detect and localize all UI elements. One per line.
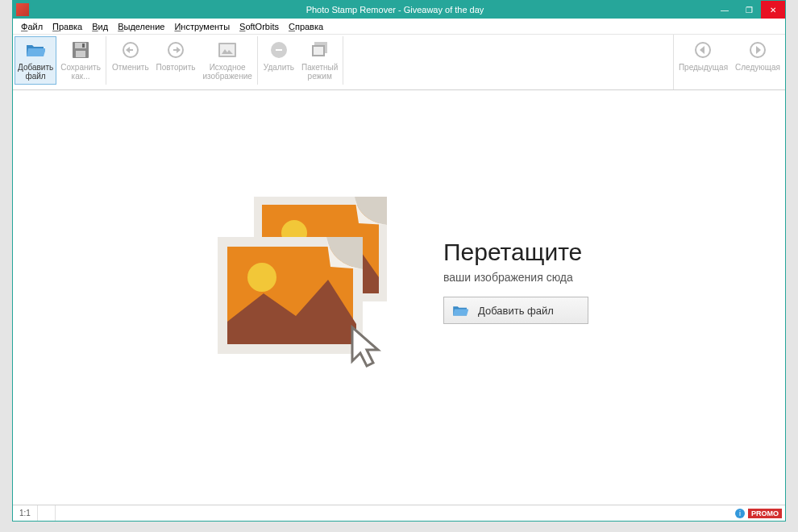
folder-open-icon [452, 304, 468, 317]
toolbar-label: Исходноеизображение [202, 63, 251, 81]
info-icon[interactable]: i [735, 509, 745, 518]
toolbar-delete[interactable]: Удалить [260, 36, 297, 85]
delete-icon [269, 40, 289, 60]
minimize-button[interactable]: — [713, 1, 737, 19]
menu-file[interactable]: Файл [16, 22, 48, 31]
app-icon [16, 3, 29, 16]
folder-open-icon [26, 40, 45, 60]
toolbar-label: Сохранитькак... [60, 63, 101, 81]
toolbar-batch[interactable]: Пакетныйрежим [298, 36, 341, 85]
menu-select[interactable]: Выделение [113, 22, 169, 31]
toolbar-original[interactable]: Исходноеизображение [199, 36, 255, 85]
zoom-level[interactable]: 1:1 [13, 505, 38, 521]
toolbar-add-file[interactable]: Добавитьфайл [15, 36, 56, 85]
menu-view[interactable]: Вид [87, 22, 113, 31]
menu-help[interactable]: Справка [284, 22, 328, 31]
toolbar-redo[interactable]: Повторить [153, 36, 199, 85]
maximize-button[interactable]: ❐ [737, 1, 761, 19]
toolbar-next[interactable]: Следующая [732, 36, 783, 85]
svg-rect-11 [314, 47, 323, 55]
redo-icon [166, 40, 185, 60]
menu-tools[interactable]: Инструменты [169, 22, 235, 31]
toolbar-previous[interactable]: Предыдущая [675, 36, 731, 85]
menu-edit[interactable]: Правка [48, 22, 87, 31]
toolbar: Добавитьфайл Сохранитькак... Отменить [13, 35, 785, 90]
status-empty [38, 505, 56, 521]
window-controls: — ❐ ✕ [713, 1, 785, 19]
toolbar-label: Предыдущая [679, 63, 728, 72]
titlebar: Photo Stamp Remover - Giveaway of the da… [13, 1, 785, 19]
save-icon [71, 40, 90, 60]
add-file-button[interactable]: Добавить файл [443, 297, 588, 324]
toolbar-label: Добавитьфайл [18, 63, 53, 81]
svg-point-19 [247, 263, 276, 292]
toolbar-label: Пакетныйрежим [301, 63, 338, 81]
menubar: Файл Правка Вид Выделение Инструменты So… [13, 19, 785, 35]
toolbar-save-as[interactable]: Сохранитькак... [57, 36, 104, 85]
drop-subtitle: ваши изображения сюда [443, 271, 588, 284]
toolbar-label: Удалить [264, 63, 294, 72]
toolbar-label: Повторить [156, 63, 196, 72]
batch-mode-icon [310, 40, 330, 60]
next-icon [748, 40, 767, 60]
menu-softorbits[interactable]: SoftOrbits [235, 22, 284, 31]
original-image-icon [218, 40, 237, 60]
drop-area: Перетащите ваши изображения сюда Добавит… [210, 189, 588, 374]
close-button[interactable]: ✕ [761, 1, 785, 19]
toolbar-label: Отменить [112, 63, 149, 72]
toolbar-label: Следующая [735, 63, 780, 72]
content-area: Перетащите ваши изображения сюда Добавит… [13, 90, 785, 505]
undo-icon [121, 40, 140, 60]
promo-badge[interactable]: PROMO [748, 509, 782, 518]
drop-title: Перетащите [443, 239, 588, 266]
add-file-label: Добавить файл [478, 305, 554, 317]
statusbar: 1:1 i PROMO [13, 505, 785, 521]
previous-icon [693, 40, 713, 60]
app-window: Photo Stamp Remover - Giveaway of the da… [12, 0, 786, 522]
svg-rect-2 [76, 51, 85, 57]
window-title: Photo Stamp Remover - Giveaway of the da… [29, 5, 785, 15]
drop-illustration [210, 189, 419, 374]
toolbar-undo[interactable]: Отменить [109, 36, 152, 85]
svg-rect-3 [82, 44, 85, 48]
